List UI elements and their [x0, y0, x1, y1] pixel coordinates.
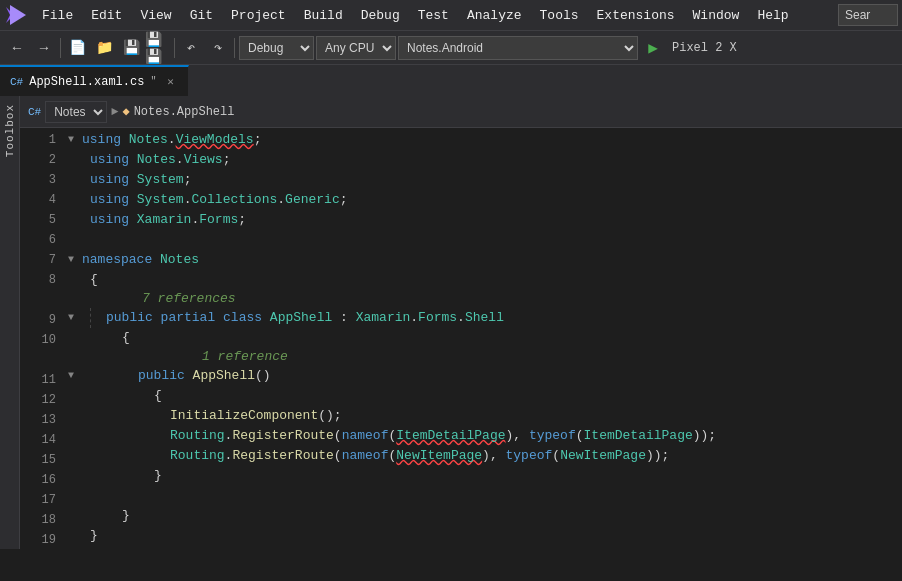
line-num-10: 10: [24, 330, 56, 350]
tab-bar: C# AppShell.xaml.cs " ✕: [0, 64, 902, 96]
toolbar-new-btn[interactable]: 📄: [64, 35, 90, 61]
fold-btn-1[interactable]: ▼: [68, 130, 82, 150]
code-line-18: }: [60, 506, 902, 526]
code-refs-1: 1 reference: [60, 348, 902, 366]
code-line-14: Routing.RegisterRoute(nameof(ItemDetailP…: [60, 426, 902, 446]
menu-item-help[interactable]: Help: [749, 0, 796, 30]
breadcrumb-cs-icon: C#: [28, 106, 41, 118]
platform-select[interactable]: Any CPU x86 x64: [316, 36, 396, 60]
breadcrumb-arrow-icon: ►: [111, 105, 118, 119]
tab-close-appshell[interactable]: ✕: [162, 74, 178, 90]
toolbox-label: Toolbox: [4, 104, 16, 157]
run-target-label: Pixel 2 X: [672, 41, 737, 55]
toolbar-sep-3: [234, 38, 235, 58]
editor: 1 2 3 4 5 6 7 8 9 10 11 12 13 14 15 16 1…: [20, 128, 902, 549]
code-line-12: {: [60, 386, 902, 406]
toolbar: ← → 📄 📁 💾 💾💾 ↶ ↷ Debug Release Any CPU x…: [0, 30, 902, 64]
line-num-7: 7: [24, 250, 56, 270]
fold-btn-11[interactable]: ▼: [68, 366, 82, 386]
line-num-4: 4: [24, 190, 56, 210]
menu-item-file[interactable]: File: [34, 0, 81, 30]
line-num-6: 6: [24, 230, 56, 250]
line-num-3: 3: [24, 170, 56, 190]
code-line-10: {: [60, 328, 902, 348]
fold-btn-9[interactable]: ▼: [68, 308, 82, 328]
breadcrumb-class-label: Notes.AppShell: [134, 105, 235, 119]
toolbar-open-btn[interactable]: 📁: [91, 35, 117, 61]
line-num-16: 16: [24, 470, 56, 490]
toolbar-back-btn[interactable]: ←: [4, 35, 30, 61]
line-num-1: 1: [24, 130, 56, 150]
line-num-19: 19: [24, 530, 56, 549]
line-num-8: 8: [24, 270, 56, 290]
menu-item-project[interactable]: Project: [223, 0, 294, 30]
search-input[interactable]: [838, 4, 898, 26]
code-line-11: ▼ public AppShell(): [60, 366, 902, 386]
line-num-5: 5: [24, 210, 56, 230]
code-line-19: }: [60, 526, 902, 546]
line-num-11: 11: [24, 370, 56, 390]
menu-item-view[interactable]: View: [132, 0, 179, 30]
tab-appshell-xaml-cs[interactable]: C# AppShell.xaml.cs " ✕: [0, 65, 189, 96]
code-line-13: InitializeComponent();: [60, 406, 902, 426]
toolbar-forward-btn[interactable]: →: [31, 35, 57, 61]
menu-item-debug[interactable]: Debug: [353, 0, 408, 30]
menu-item-test[interactable]: Test: [410, 0, 457, 30]
menu-item-edit[interactable]: Edit: [83, 0, 130, 30]
code-line-6: [60, 230, 902, 250]
menu-item-git[interactable]: Git: [182, 0, 221, 30]
line-num-15: 15: [24, 450, 56, 470]
line-num-2: 2: [24, 150, 56, 170]
code-line-16: }: [60, 466, 902, 486]
code-line-1: ▼ using Notes.ViewModels;: [60, 130, 902, 150]
code-line-7: ▼ namespace Notes: [60, 250, 902, 270]
code-line-15: Routing.RegisterRoute(nameof(NewItemPage…: [60, 446, 902, 466]
code-line-2: using Notes.Views;: [60, 150, 902, 170]
code-line-5: using Xamarin.Forms;: [60, 210, 902, 230]
menu-bar: File Edit View Git Project Build Debug T…: [0, 0, 902, 30]
line-num-14: 14: [24, 430, 56, 450]
breadcrumb-namespace-select[interactable]: Notes: [45, 101, 107, 123]
line-num-9: 9: [24, 310, 56, 330]
code-line-3: using System;: [60, 170, 902, 190]
line-num-refs1: [24, 290, 56, 310]
toolbox-sidebar: Toolbox: [0, 96, 20, 549]
toolbar-save-all-btn[interactable]: 💾💾: [145, 35, 171, 61]
menu-item-build[interactable]: Build: [296, 0, 351, 30]
code-line-9: ▼ public partial class AppShell : Xamari…: [60, 308, 902, 328]
tab-modified-dot: ": [150, 76, 156, 87]
line-numbers: 1 2 3 4 5 6 7 8 9 10 11 12 13 14 15 16 1…: [20, 128, 60, 549]
toolbar-undo-btn[interactable]: ↶: [178, 35, 204, 61]
menu-item-extensions[interactable]: Extensions: [589, 0, 683, 30]
code-line-8: {: [60, 270, 902, 290]
line-num-12: 12: [24, 390, 56, 410]
tab-label-appshell: AppShell.xaml.cs: [29, 75, 144, 89]
menu-item-analyze[interactable]: Analyze: [459, 0, 530, 30]
run-btn[interactable]: ▶: [640, 35, 666, 61]
toolbar-sep-1: [60, 38, 61, 58]
line-num-18: 18: [24, 510, 56, 530]
code-line-4: using System.Collections.Generic;: [60, 190, 902, 210]
code-panel: C# Notes ► ◆ Notes.AppShell 1 2 3 4 5 6 …: [20, 96, 902, 549]
project-select[interactable]: Notes.Android Notes.iOS: [398, 36, 638, 60]
line-num-13: 13: [24, 410, 56, 430]
code-line-17: [60, 486, 902, 506]
code-container: Toolbox C# Notes ► ◆ Notes.AppShell 1 2 …: [0, 96, 902, 549]
cs-file-icon: C#: [10, 76, 23, 88]
line-num-17: 17: [24, 490, 56, 510]
breadcrumb-bar: C# Notes ► ◆ Notes.AppShell: [20, 96, 902, 128]
code-refs-7: 7 references: [60, 290, 902, 308]
toolbar-sep-2: [174, 38, 175, 58]
fold-btn-7[interactable]: ▼: [68, 250, 82, 270]
debug-config-select[interactable]: Debug Release: [239, 36, 314, 60]
toolbar-redo-btn[interactable]: ↷: [205, 35, 231, 61]
breadcrumb-appshell-icon: ◆: [122, 104, 129, 119]
vs-logo-icon: [4, 3, 28, 27]
line-num-refs2: [24, 350, 56, 370]
toolbar-save-btn[interactable]: 💾: [118, 35, 144, 61]
code-editor-content[interactable]: ▼ using Notes.ViewModels; using Notes.Vi…: [60, 128, 902, 549]
menu-item-tools[interactable]: Tools: [532, 0, 587, 30]
menu-item-window[interactable]: Window: [685, 0, 748, 30]
